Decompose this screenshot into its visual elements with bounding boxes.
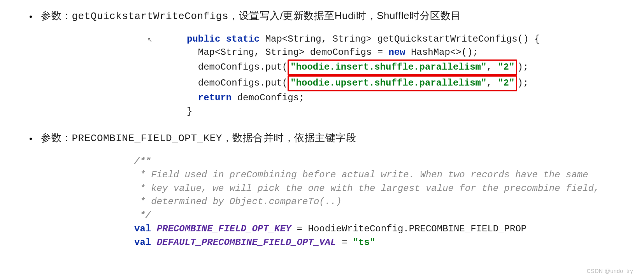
bullet-1-suffix: ，设置写入/更新数据至Hudi时，Shuffle时分区数目 (228, 10, 461, 21)
highlight-box-1: "hoodie.insert.shuffle.parallelism", "2" (288, 59, 517, 75)
scala-c4: * determined by Object.compareTo(..) (134, 196, 342, 207)
code-block-java: public static Map<String, String> getQui… (187, 33, 628, 119)
scala-eq1: = (291, 224, 308, 234)
java-l2b: HashMap<>(); (405, 47, 478, 58)
bullet-1-prefix: 参数： (41, 10, 72, 21)
highlight-box-2: "hoodie.upsert.shuffle.parallelism", "2" (288, 75, 517, 91)
bullet-2-code: PRECOMBINE_FIELD_OPT_KEY (72, 133, 222, 144)
java-l3-s2: "2" (498, 62, 514, 72)
bullet-2-suffix: ，数据合并时，依据主键字段 (222, 132, 356, 143)
bullet-2-prefix: 参数： (41, 132, 72, 143)
scala-c3: * key value, we will pick the one with t… (134, 183, 599, 194)
kw-new: new (388, 47, 405, 58)
java-l2a: Map<String, String> demoConfigs = (187, 47, 388, 58)
cursor-icon: ↖ (147, 36, 152, 44)
kw-static: static (226, 34, 260, 44)
scala-c1: /** (134, 156, 151, 166)
java-l4-mid: , (486, 78, 498, 88)
java-l4-post: ); (517, 78, 528, 88)
watermark-text: CSDN @undo_try (587, 268, 633, 274)
java-l5-after: demoConfigs; (232, 93, 304, 103)
bullet-item-2: 参数：PRECOMBINE_FIELD_OPT_KEY，数据合并时，依据主键字段… (37, 130, 628, 249)
kw-public: public (187, 34, 220, 44)
document-page: ↖ 参数：getQuickstartWriteConfigs，设置写入/更新数据… (0, 0, 644, 278)
java-l3-post: ); (517, 62, 528, 72)
java-sig-rest: Map<String, String> getQuickstartWriteCo… (260, 34, 540, 44)
bullet-1-code: getQuickstartWriteConfigs (72, 10, 229, 22)
bullet-item-1: 参数：getQuickstartWriteConfigs，设置写入/更新数据至H… (37, 8, 628, 118)
java-l4-pre: demoConfigs.put( (187, 78, 288, 88)
scala-rhs1: HoodieWriteConfig.PRECOMBINE_FIELD_PROP (308, 224, 527, 234)
scala-rhs2: "ts" (353, 237, 376, 248)
bullet-list: 参数：getQuickstartWriteConfigs，设置写入/更新数据至H… (16, 8, 628, 250)
scala-id2: DEFAULT_PRECOMBINE_FIELD_OPT_VAL (157, 237, 336, 248)
scala-eq2: = (336, 237, 353, 248)
bullet-1-text: 参数：getQuickstartWriteConfigs，设置写入/更新数据至H… (37, 10, 461, 21)
kw-return: return (198, 93, 232, 103)
kw-val-1: val (134, 224, 151, 234)
java-l4-s2: "2" (498, 78, 514, 88)
java-l4-s1: "hoodie.upsert.shuffle.parallelism" (290, 78, 486, 88)
java-l3-mid: , (486, 62, 498, 72)
java-l3-pre: demoConfigs.put( (187, 62, 288, 72)
code-block-scala: /** * Field used in preCombining before … (134, 155, 628, 250)
scala-id1: PRECOMBINE_FIELD_OPT_KEY (157, 224, 291, 234)
kw-val-2: val (134, 237, 151, 248)
scala-c2: * Field used in preCombining before actu… (134, 170, 588, 180)
java-l6: } (187, 106, 192, 117)
scala-c5: */ (134, 210, 151, 220)
java-l3-s1: "hoodie.insert.shuffle.parallelism" (290, 62, 486, 72)
bullet-2-text: 参数：PRECOMBINE_FIELD_OPT_KEY，数据合并时，依据主键字段 (37, 132, 356, 143)
